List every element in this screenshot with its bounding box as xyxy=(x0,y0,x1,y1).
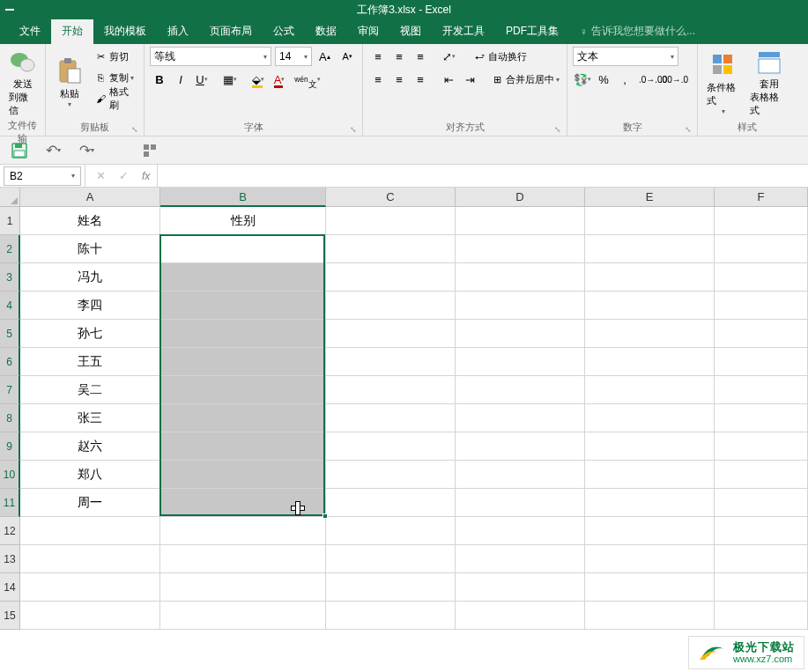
tab-review[interactable]: 审阅 xyxy=(347,18,389,44)
expand-icon[interactable]: ⤡ xyxy=(131,125,138,134)
fx-icon[interactable]: fx xyxy=(142,170,150,182)
cell-E1[interactable] xyxy=(585,207,715,235)
cell-D1[interactable] xyxy=(456,207,585,235)
column-header-A[interactable]: A xyxy=(20,188,160,207)
copy-button[interactable]: ⎘复制▾ xyxy=(92,68,138,87)
merge-center-button[interactable]: ⊞合并后居中▾ xyxy=(488,70,561,89)
undo-button[interactable]: ↶▾ xyxy=(42,140,63,161)
cell-D14[interactable] xyxy=(456,573,585,602)
increase-font-button[interactable]: A▴ xyxy=(315,47,335,66)
cell-F3[interactable] xyxy=(715,263,808,292)
row-header-12[interactable]: 12 xyxy=(0,517,20,545)
cell-A7[interactable]: 吴二 xyxy=(20,376,160,404)
cell-F4[interactable] xyxy=(715,292,808,320)
border-button[interactable]: ▦▾ xyxy=(220,70,240,89)
column-header-F[interactable]: F xyxy=(715,188,808,207)
cell-B10[interactable] xyxy=(160,461,326,489)
cell-E15[interactable] xyxy=(585,602,715,630)
column-header-D[interactable]: D xyxy=(456,188,585,207)
cell-E13[interactable] xyxy=(585,545,715,573)
cut-button[interactable]: ✂剪切 xyxy=(92,47,138,66)
cell-A5[interactable]: 孙七 xyxy=(20,320,160,348)
redo-button[interactable]: ↷▾ xyxy=(76,140,97,161)
table-format-button[interactable]: 套用 表格格式 xyxy=(746,47,791,119)
cell-B2[interactable] xyxy=(160,235,326,263)
tab-file[interactable]: 文件 xyxy=(9,18,51,44)
expand-icon[interactable]: ⤡ xyxy=(685,125,692,134)
cell-E9[interactable] xyxy=(585,432,715,461)
cell-A8[interactable]: 张三 xyxy=(20,404,160,432)
row-header-9[interactable]: 9 xyxy=(0,432,20,461)
formula-input[interactable] xyxy=(158,165,808,187)
cell-A14[interactable] xyxy=(20,573,160,602)
cell-E2[interactable] xyxy=(585,235,715,263)
cell-B8[interactable] xyxy=(160,404,326,432)
tab-insert[interactable]: 插入 xyxy=(157,18,199,44)
cell-F11[interactable] xyxy=(715,489,808,517)
cell-D12[interactable] xyxy=(456,517,585,545)
cell-C5[interactable] xyxy=(326,320,456,348)
row-header-11[interactable]: 11 xyxy=(0,489,20,517)
font-size-select[interactable]: 14▾ xyxy=(275,47,312,66)
name-box[interactable]: B2▾ xyxy=(4,166,81,186)
cell-E12[interactable] xyxy=(585,517,715,545)
row-header-7[interactable]: 7 xyxy=(0,376,20,404)
cell-A6[interactable]: 王五 xyxy=(20,348,160,376)
cell-B3[interactable] xyxy=(160,263,326,292)
font-name-select[interactable]: 等线▾ xyxy=(150,47,271,66)
send-to-wechat-button[interactable]: 发送 到微信 xyxy=(5,47,41,119)
cell-D6[interactable] xyxy=(456,348,585,376)
cell-F14[interactable] xyxy=(715,573,808,602)
row-header-4[interactable]: 4 xyxy=(0,292,20,320)
paste-button[interactable]: 粘贴 ▾ xyxy=(51,47,88,119)
percent-button[interactable]: % xyxy=(594,70,613,89)
number-format-select[interactable]: 文本▾ xyxy=(573,47,678,66)
cell-F2[interactable] xyxy=(715,235,808,263)
cell-A13[interactable] xyxy=(20,545,160,573)
cell-C4[interactable] xyxy=(326,292,456,320)
phonetic-button[interactable]: wén文▾ xyxy=(298,70,317,89)
row-header-15[interactable]: 15 xyxy=(0,602,20,630)
cell-F12[interactable] xyxy=(715,517,808,545)
underline-button[interactable]: U▾ xyxy=(192,70,211,89)
cell-C11[interactable] xyxy=(326,489,456,517)
cell-B13[interactable] xyxy=(160,545,326,573)
expand-icon[interactable]: ⤡ xyxy=(554,125,561,134)
cell-D9[interactable] xyxy=(456,432,585,461)
cancel-formula-button[interactable]: ✕ xyxy=(93,169,108,182)
format-painter-button[interactable]: 🖌格式刷 xyxy=(92,89,138,108)
column-header-E[interactable]: E xyxy=(585,188,715,207)
cell-C2[interactable] xyxy=(326,235,456,263)
wrap-text-button[interactable]: ⮐自动换行 xyxy=(471,47,529,66)
row-header-3[interactable]: 3 xyxy=(0,263,20,292)
cell-E5[interactable] xyxy=(585,320,715,348)
currency-button[interactable]: 💱▾ xyxy=(573,70,592,89)
cell-A4[interactable]: 李四 xyxy=(20,292,160,320)
cell-A12[interactable] xyxy=(20,517,160,545)
align-center-button[interactable]: ≡ xyxy=(389,70,409,89)
cell-E6[interactable] xyxy=(585,348,715,376)
italic-button[interactable]: I xyxy=(171,70,190,89)
cell-C12[interactable] xyxy=(326,517,456,545)
cell-B12[interactable] xyxy=(160,517,326,545)
tab-pdf[interactable]: PDF工具集 xyxy=(495,18,569,44)
orientation-button[interactable]: ⤢▾ xyxy=(439,47,458,66)
font-color-button[interactable]: A▾ xyxy=(270,70,289,89)
cell-D3[interactable] xyxy=(456,263,585,292)
cell-F10[interactable] xyxy=(715,461,808,489)
cell-D2[interactable] xyxy=(456,235,585,263)
accept-formula-button[interactable]: ✓ xyxy=(115,169,131,182)
cell-E11[interactable] xyxy=(585,489,715,517)
cell-B1[interactable]: 性别 xyxy=(160,207,326,235)
column-header-B[interactable]: B xyxy=(160,188,326,207)
cell-C15[interactable] xyxy=(326,602,456,630)
cell-F8[interactable] xyxy=(715,404,808,432)
cell-F1[interactable] xyxy=(715,207,808,235)
tab-data[interactable]: 数据 xyxy=(305,18,347,44)
cell-F9[interactable] xyxy=(715,432,808,461)
decrease-font-button[interactable]: A▾ xyxy=(337,47,357,66)
cell-F15[interactable] xyxy=(715,602,808,630)
cell-A10[interactable]: 郑八 xyxy=(20,461,160,489)
cell-E7[interactable] xyxy=(585,376,715,404)
row-header-8[interactable]: 8 xyxy=(0,404,20,432)
